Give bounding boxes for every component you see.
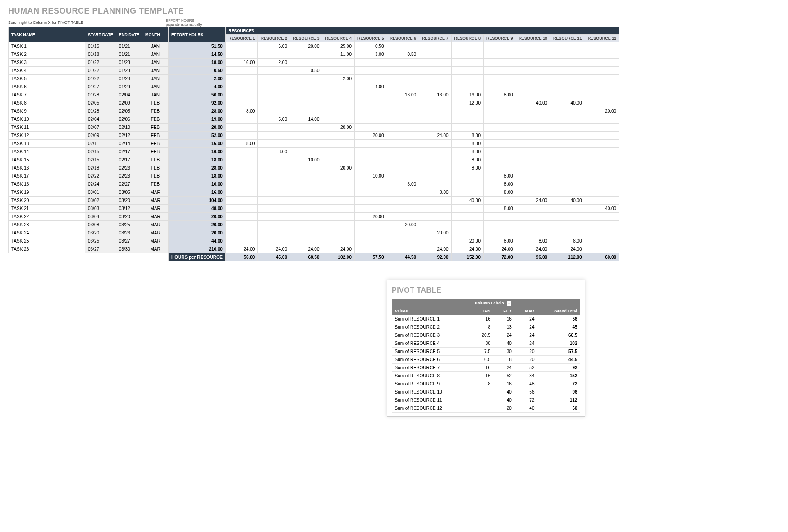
resource-cell[interactable] [516, 164, 550, 172]
resource-cell[interactable] [419, 107, 452, 115]
resource-cell[interactable] [387, 67, 419, 75]
resource-cell[interactable] [225, 99, 258, 107]
resource-cell[interactable] [585, 132, 619, 140]
month-cell[interactable]: FEB [142, 99, 169, 107]
resource-cell[interactable] [290, 148, 322, 156]
resource-cell[interactable] [290, 197, 322, 205]
resource-cell[interactable]: 14.00 [290, 115, 322, 124]
resource-cell[interactable] [225, 164, 258, 172]
resource-cell[interactable]: 0.50 [354, 42, 387, 50]
task-name-cell[interactable]: TASK 24 [9, 229, 85, 237]
resource-cell[interactable] [419, 140, 452, 148]
resource-cell[interactable]: 8.00 [516, 237, 550, 245]
resource-cell[interactable]: 24.00 [290, 245, 322, 253]
resource-cell[interactable]: 8.00 [451, 148, 484, 156]
resource-cell[interactable] [516, 140, 550, 148]
resource-cell[interactable] [451, 213, 484, 221]
resource-cell[interactable] [419, 164, 452, 172]
resource-cell[interactable]: 16.00 [387, 91, 419, 99]
resource-cell[interactable]: 8.00 [419, 188, 452, 197]
resource-cell[interactable] [484, 164, 516, 172]
resource-cell[interactable] [419, 237, 452, 245]
resource-cell[interactable] [290, 229, 322, 237]
month-cell[interactable]: JAN [142, 50, 169, 59]
resource-cell[interactable] [322, 180, 355, 188]
resource-cell[interactable]: 8.00 [258, 148, 290, 156]
resource-cell[interactable]: 20.00 [451, 237, 484, 245]
resource-cell[interactable] [419, 83, 452, 91]
resource-cell[interactable] [550, 164, 585, 172]
resource-cell[interactable] [516, 115, 550, 124]
start-date-cell[interactable]: 01/22 [85, 67, 116, 75]
resource-cell[interactable]: 24.00 [516, 197, 550, 205]
task-name-cell[interactable]: TASK 11 [9, 124, 85, 132]
month-cell[interactable]: MAR [142, 245, 169, 253]
resource-cell[interactable] [451, 188, 484, 197]
resource-cell[interactable] [419, 115, 452, 124]
resource-cell[interactable] [225, 83, 258, 91]
resource-cell[interactable] [585, 140, 619, 148]
resource-cell[interactable] [354, 197, 387, 205]
resource-cell[interactable] [484, 83, 516, 91]
resource-cell[interactable] [387, 245, 419, 253]
resource-cell[interactable] [585, 156, 619, 164]
start-date-cell[interactable]: 03/20 [85, 229, 116, 237]
resource-cell[interactable] [550, 180, 585, 188]
resource-cell[interactable] [290, 188, 322, 197]
task-name-cell[interactable]: TASK 10 [9, 115, 85, 124]
resource-cell[interactable] [354, 229, 387, 237]
resource-cell[interactable] [585, 148, 619, 156]
resource-cell[interactable] [516, 188, 550, 197]
end-date-cell[interactable]: 03/27 [116, 237, 142, 245]
resource-cell[interactable] [387, 132, 419, 140]
resource-cell[interactable] [550, 107, 585, 115]
resource-cell[interactable] [516, 107, 550, 115]
resource-cell[interactable] [225, 115, 258, 124]
resource-cell[interactable] [387, 229, 419, 237]
resource-cell[interactable]: 25.00 [322, 42, 355, 50]
month-cell[interactable]: JAN [142, 67, 169, 75]
start-date-cell[interactable]: 01/18 [85, 50, 116, 59]
resource-cell[interactable] [484, 221, 516, 229]
resource-cell[interactable] [354, 107, 387, 115]
resource-cell[interactable] [225, 156, 258, 164]
resource-cell[interactable]: 2.00 [322, 75, 355, 83]
resource-cell[interactable] [585, 115, 619, 124]
resource-cell[interactable] [419, 42, 452, 50]
end-date-cell[interactable]: 02/26 [116, 164, 142, 172]
resource-cell[interactable]: 8.00 [451, 164, 484, 172]
resource-cell[interactable] [322, 221, 355, 229]
resource-cell[interactable] [451, 67, 484, 75]
resource-cell[interactable] [322, 59, 355, 67]
resource-cell[interactable] [516, 50, 550, 59]
resource-cell[interactable] [290, 83, 322, 91]
task-name-cell[interactable]: TASK 5 [9, 75, 85, 83]
resource-cell[interactable] [585, 83, 619, 91]
resource-cell[interactable] [484, 132, 516, 140]
resource-cell[interactable] [585, 188, 619, 197]
resource-cell[interactable] [290, 59, 322, 67]
resource-cell[interactable] [516, 132, 550, 140]
end-date-cell[interactable]: 03/20 [116, 213, 142, 221]
resource-cell[interactable] [516, 205, 550, 213]
resource-cell[interactable]: 20.00 [290, 42, 322, 50]
resource-cell[interactable] [516, 42, 550, 50]
end-date-cell[interactable]: 03/30 [116, 245, 142, 253]
resource-cell[interactable] [550, 83, 585, 91]
end-date-cell[interactable]: 03/05 [116, 188, 142, 197]
month-cell[interactable]: FEB [142, 148, 169, 156]
start-date-cell[interactable]: 03/03 [85, 205, 116, 213]
resource-cell[interactable]: 0.50 [387, 50, 419, 59]
resource-cell[interactable] [290, 140, 322, 148]
resource-cell[interactable] [322, 99, 355, 107]
resource-cell[interactable] [258, 140, 290, 148]
resource-cell[interactable]: 0.50 [290, 67, 322, 75]
resource-cell[interactable]: 8.00 [387, 180, 419, 188]
resource-cell[interactable] [258, 221, 290, 229]
resource-cell[interactable]: 8.00 [484, 180, 516, 188]
resource-cell[interactable] [258, 156, 290, 164]
resource-cell[interactable] [290, 50, 322, 59]
resource-cell[interactable]: 8.00 [451, 156, 484, 164]
end-date-cell[interactable]: 02/17 [116, 156, 142, 164]
resource-cell[interactable] [451, 59, 484, 67]
